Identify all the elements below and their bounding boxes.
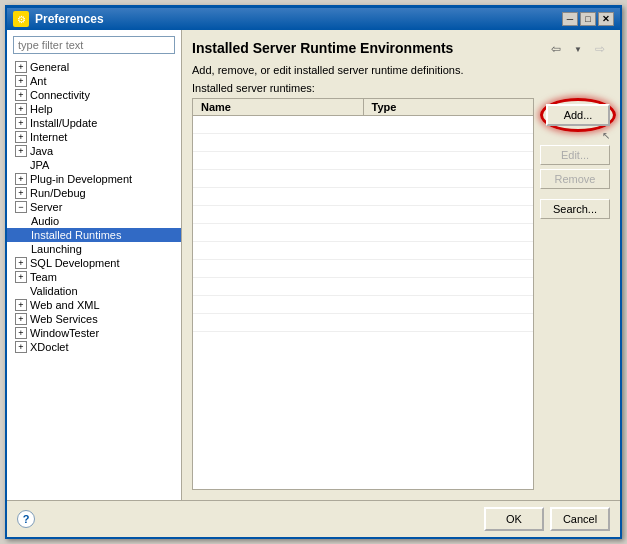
expand-internet[interactable]: + <box>15 131 27 143</box>
table-row <box>193 224 533 242</box>
tree-label-audio: Audio <box>31 215 59 227</box>
tree-label-web-xml: Web and XML <box>30 299 100 311</box>
preferences-window: ⚙ Preferences ─ □ ✕ + General + Ant <box>5 5 622 539</box>
expand-team[interactable]: + <box>15 271 27 283</box>
tree-item-server[interactable]: − Server <box>7 200 181 214</box>
tree-label-team: Team <box>30 271 57 283</box>
tree-item-install-update[interactable]: + Install/Update <box>7 116 181 130</box>
remove-button[interactable]: Remove <box>540 169 610 189</box>
left-panel: + General + Ant + Connectivity + Help <box>7 30 182 500</box>
expand-run-debug[interactable]: + <box>15 187 27 199</box>
expand-connectivity[interactable]: + <box>15 89 27 101</box>
table-area: Name Type <box>192 98 610 490</box>
tree-item-launching[interactable]: Launching <box>7 242 181 256</box>
table-label: Installed server runtimes: <box>192 82 610 94</box>
table-row <box>193 134 533 152</box>
ok-cancel-buttons: OK Cancel <box>484 507 610 531</box>
col-name: Name <box>193 99 364 115</box>
table-row <box>193 296 533 314</box>
tree-item-run-debug[interactable]: + Run/Debug <box>7 186 181 200</box>
filter-input[interactable] <box>13 36 175 54</box>
table-row <box>193 260 533 278</box>
window-title: Preferences <box>35 12 104 26</box>
window-body: + General + Ant + Connectivity + Help <box>7 30 620 500</box>
tree-item-audio[interactable]: Audio <box>7 214 181 228</box>
tree-item-web-xml[interactable]: + Web and XML <box>7 298 181 312</box>
cancel-button[interactable]: Cancel <box>550 507 610 531</box>
runtime-table: Name Type <box>192 98 534 490</box>
tree-item-sql-dev[interactable]: + SQL Development <box>7 256 181 270</box>
right-panel: Installed Server Runtime Environments ⇦ … <box>182 30 620 500</box>
expand-plugin-dev[interactable]: + <box>15 173 27 185</box>
table-row <box>193 278 533 296</box>
expand-web-services[interactable]: + <box>15 313 27 325</box>
tree-item-windowtester[interactable]: + WindowTester <box>7 326 181 340</box>
ok-button[interactable]: OK <box>484 507 544 531</box>
tree-label-web-services: Web Services <box>30 313 98 325</box>
minimize-button[interactable]: ─ <box>562 12 578 26</box>
nav-buttons: ⇦ ▼ ⇨ <box>546 40 610 58</box>
tree-label-sql-dev: SQL Development <box>30 257 119 269</box>
tree-label-validation: Validation <box>30 285 78 297</box>
tree-item-validation[interactable]: Validation <box>7 284 181 298</box>
tree-label-internet: Internet <box>30 131 67 143</box>
table-row <box>193 242 533 260</box>
expand-java[interactable]: + <box>15 145 27 157</box>
side-buttons: Add... ↖ Edit... Remove Search... <box>540 98 610 490</box>
tree-item-help[interactable]: + Help <box>7 102 181 116</box>
tree-label-ant: Ant <box>30 75 47 87</box>
bottom-bar: ? OK Cancel <box>7 500 620 537</box>
tree-label-server: Server <box>30 201 62 213</box>
tree-item-jpa[interactable]: JPA <box>7 158 181 172</box>
edit-button[interactable]: Edit... <box>540 145 610 165</box>
expand-web-xml[interactable]: + <box>15 299 27 311</box>
expand-help[interactable]: + <box>15 103 27 115</box>
page-description: Add, remove, or edit installed server ru… <box>192 64 610 76</box>
expand-sql-dev[interactable]: + <box>15 257 27 269</box>
tree-label-xdoclet: XDoclet <box>30 341 69 353</box>
tree-item-internet[interactable]: + Internet <box>7 130 181 144</box>
expand-windowtester[interactable]: + <box>15 327 27 339</box>
nav-forward-button[interactable]: ⇨ <box>590 40 610 58</box>
table-row <box>193 170 533 188</box>
tree-item-team[interactable]: + Team <box>7 270 181 284</box>
tree-label-plugin-dev: Plug-in Development <box>30 173 132 185</box>
tree-item-installed-runtimes[interactable]: Installed Runtimes <box>7 228 181 242</box>
tree-container: + General + Ant + Connectivity + Help <box>7 60 181 500</box>
nav-back-button[interactable]: ⇦ <box>546 40 566 58</box>
tree-label-run-debug: Run/Debug <box>30 187 86 199</box>
tree-item-ant[interactable]: + Ant <box>7 74 181 88</box>
close-button[interactable]: ✕ <box>598 12 614 26</box>
table-row <box>193 206 533 224</box>
table-row <box>193 188 533 206</box>
expand-ant[interactable]: + <box>15 75 27 87</box>
table-row <box>193 116 533 134</box>
title-buttons: ─ □ ✕ <box>562 12 614 26</box>
tree-item-plugin-dev[interactable]: + Plug-in Development <box>7 172 181 186</box>
add-button-highlight: Add... <box>540 98 616 132</box>
expand-xdoclet[interactable]: + <box>15 341 27 353</box>
tree-item-connectivity[interactable]: + Connectivity <box>7 88 181 102</box>
maximize-button[interactable]: □ <box>580 12 596 26</box>
search-button[interactable]: Search... <box>540 199 610 219</box>
add-button-wrapper: Add... ↖ <box>540 98 610 141</box>
expand-server[interactable]: − <box>15 201 27 213</box>
right-header: Installed Server Runtime Environments ⇦ … <box>192 40 610 58</box>
tree-item-java[interactable]: + Java <box>7 144 181 158</box>
expand-general[interactable]: + <box>15 61 27 73</box>
tree-label-connectivity: Connectivity <box>30 89 90 101</box>
tree-label-launching: Launching <box>31 243 82 255</box>
page-title: Installed Server Runtime Environments <box>192 40 453 56</box>
tree-item-web-services[interactable]: + Web Services <box>7 312 181 326</box>
nav-dropdown-button[interactable]: ▼ <box>568 40 588 58</box>
tree-item-xdoclet[interactable]: + XDoclet <box>7 340 181 354</box>
tree-label-jpa: JPA <box>30 159 49 171</box>
table-header: Name Type <box>193 99 533 116</box>
window-icon: ⚙ <box>13 11 29 27</box>
tree-item-general[interactable]: + General <box>7 60 181 74</box>
tree-label-install-update: Install/Update <box>30 117 97 129</box>
add-button[interactable]: Add... <box>546 104 610 126</box>
tree-label-help: Help <box>30 103 53 115</box>
expand-install-update[interactable]: + <box>15 117 27 129</box>
help-button[interactable]: ? <box>17 510 35 528</box>
